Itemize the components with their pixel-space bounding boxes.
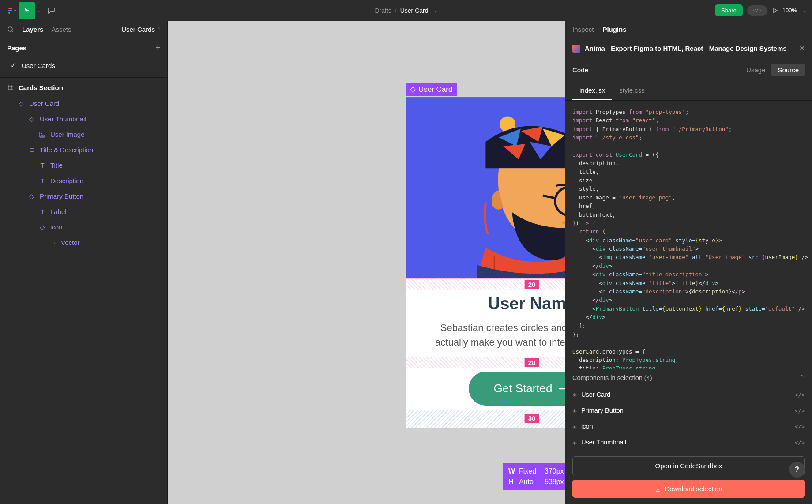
component-name: icon [581,423,593,430]
dev-mode-toggle[interactable]: </> [747,5,767,16]
zoom-chevron-icon[interactable]: ⌄ [803,8,807,13]
add-page-button[interactable]: + [155,43,160,53]
zoom-level[interactable]: 100% [782,7,797,14]
code-action-icon[interactable]: </> [795,391,805,398]
user-thumbnail[interactable] [406,98,565,278]
user-card-frame[interactable]: 20 User Name Sebastian creates circles a… [406,97,565,428]
page-dropdown[interactable]: User Cards ⌃ [121,26,160,33]
layer-label: Title & Description [40,146,93,154]
components-header[interactable]: Components in selection (4) ⌃ [565,369,812,387]
tab-plugins[interactable]: Plugins [602,26,626,33]
layer-label: User Card [29,100,59,107]
section-header[interactable]: Cards Section [0,78,167,96]
title-description[interactable]: User Name Sebastian creates circles and … [406,290,565,357]
chevron-up-icon: ⌃ [157,27,160,32]
breadcrumb[interactable]: Drafts / User Card ⌄ [375,7,437,14]
height-label: H [508,477,515,487]
usage-button[interactable]: Usage [740,64,771,76]
spacing-badge: 20 [525,280,539,289]
width-label: W [508,466,515,477]
tab-assets[interactable]: Assets [51,26,71,33]
figma-menu-button[interactable]: ▾ [5,4,18,17]
svg-rect-4 [8,12,10,14]
file-tabs: index.jsx style.css [565,81,812,101]
card-title[interactable]: User Name [424,294,565,313]
layer-vector[interactable]: →Vector [4,235,164,250]
component-item-user-thumbnail[interactable]: ◈User Thumbnail</> [565,434,812,450]
code-editor[interactable]: import PropTypes from "prop-types"; impo… [565,101,812,369]
present-button[interactable] [772,8,778,14]
component-name: User Thumbnail [581,439,626,446]
layer-label: Primary Button [40,192,83,200]
spacing-indicator-mid: 20 [406,357,565,368]
measurement-guide [532,106,532,366]
component-item-user-card[interactable]: ◈User Card</> [565,387,812,402]
layer-primary-button[interactable]: ◇Primary Button [4,188,164,204]
tab-layers[interactable]: Layers [22,26,43,33]
vector-icon: → [49,239,56,246]
svg-point-3 [10,10,12,11]
svg-point-12 [41,133,42,134]
right-panel-tabs: Inspect Plugins [565,21,812,38]
layer-user-image[interactable]: User Image [4,127,164,142]
height-mode: Auto [519,477,541,487]
layer-user-thumbnail[interactable]: ◇User Thumbnail [4,111,164,127]
search-icon[interactable] [7,26,14,33]
section-header-label: Cards Section [19,84,63,91]
get-started-button[interactable]: Get Started [469,372,565,406]
layer-title-description[interactable]: Title & Description [4,142,164,158]
button-label: Get Started [494,382,553,395]
svg-line-6 [12,31,13,32]
canvas[interactable]: ◇ User Card [168,21,565,504]
layer-label: User Image [50,131,85,138]
layer-title[interactable]: TTitle [4,158,164,173]
code-tabs-row: Code Usage Source [565,59,812,81]
component-icon: ◈ [572,391,577,398]
component-icon: ◇ [39,224,46,231]
spacing-indicator-bottom: 30 [406,410,565,428]
tool-chevron-icon[interactable]: ⌄ [37,8,41,13]
help-button[interactable]: ? [789,462,805,478]
open-codesandbox-button[interactable]: Open in CodeSandbox [572,456,805,475]
breadcrumb-drafts[interactable]: Drafts [375,7,391,14]
frame-label[interactable]: ◇ User Card [406,83,457,96]
layer-tree: ◇User Card ◇User Thumbnail User Image Ti… [0,96,167,250]
comment-icon [48,7,55,14]
chevron-down-icon[interactable]: ⌄ [434,8,437,13]
anima-logo-icon [572,45,580,53]
svg-rect-1 [10,8,12,9]
layer-label: Description [50,177,83,184]
card-description[interactable]: Sebastian creates circles and squares th… [424,320,565,350]
code-action-icon[interactable]: </> [795,423,805,430]
layer-user-card[interactable]: ◇User Card [4,96,164,111]
source-button[interactable]: Source [771,64,805,76]
layer-label[interactable]: TLabel [4,204,164,219]
comment-tool-button[interactable] [45,4,57,17]
component-name: Primary Button [581,407,624,414]
download-selection-button[interactable]: Download selection [572,480,805,498]
component-item-primary-button[interactable]: ◈Primary Button</> [565,402,812,418]
text-icon: T [39,208,46,215]
move-tool-button[interactable] [19,2,35,19]
component-name: User Card [581,391,610,398]
page-item[interactable]: ✓ User Cards [7,59,160,72]
svg-point-5 [8,27,12,31]
layer-icon[interactable]: ◇icon [4,219,164,235]
component-item-icon[interactable]: ◈icon</> [565,418,812,434]
layer-label: User Thumbnail [40,115,86,123]
layer-label: Vector [61,239,80,246]
code-action-icon[interactable]: </> [795,439,805,446]
pages-title: Pages [7,44,26,52]
component-icon: ◈ [572,407,577,414]
layer-description[interactable]: TDescription [4,173,164,188]
breadcrumb-file[interactable]: User Card [400,7,429,14]
close-plugin-button[interactable]: ✕ [799,44,805,53]
share-button[interactable]: Share [715,4,743,16]
text-icon: T [39,177,46,184]
component-icon: ◇ [18,100,25,107]
file-tab-index[interactable]: index.jsx [572,81,612,100]
tab-inspect[interactable]: Inspect [572,26,594,33]
code-action-icon[interactable]: </> [795,407,805,414]
components-section: Components in selection (4) ⌃ ◈User Card… [565,369,812,450]
file-tab-style[interactable]: style.css [612,81,652,100]
